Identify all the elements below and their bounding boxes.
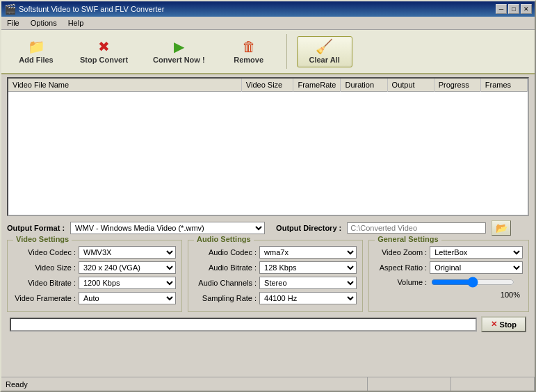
stop-label: Stop xyxy=(500,320,517,329)
general-settings-group: General Settings Video Zoom : LetterBoxS… xyxy=(368,240,529,312)
audio-codec-label: Audio Codec : xyxy=(194,248,257,256)
volume-label: Volume : xyxy=(375,278,427,286)
menu-options[interactable]: Options xyxy=(28,18,60,28)
audio-settings-title: Audio Settings xyxy=(194,235,254,243)
col-duration: Duration xyxy=(341,79,387,92)
output-format-label: Output Format : xyxy=(7,224,65,232)
stop-convert-label: Stop Convert xyxy=(80,56,128,64)
video-zoom-row: Video Zoom : LetterBoxStretchCropOrigina… xyxy=(375,246,523,259)
col-frames: Frames xyxy=(480,79,527,92)
clear-all-label: Clear All xyxy=(309,56,340,64)
main-content: Video File Name Video Size FrameRate Dur… xyxy=(1,74,535,377)
add-files-label: Add Files xyxy=(19,56,54,64)
file-table-container: Video File Name Video Size FrameRate Dur… xyxy=(7,77,529,216)
aspect-ratio-row: Aspect Ratio : Original4:316:9Auto xyxy=(375,261,523,274)
col-progress: Progress xyxy=(434,79,480,92)
video-framerate-label: Video Framerate : xyxy=(13,294,76,302)
app-title: Softstunt Video to SWF and FLV Converter xyxy=(19,5,164,13)
clear-all-button[interactable]: 🧹 Clear All xyxy=(297,36,352,67)
app-icon: 🎬 xyxy=(4,3,16,15)
audio-bitrate-label: Audio Bitrate : xyxy=(194,263,257,272)
col-output: Output xyxy=(387,79,434,92)
audio-sampling-select[interactable]: 44100 Hz22050 Hz11025 Hz48000 Hz xyxy=(259,292,357,304)
video-size-label: Video Size : xyxy=(13,263,76,272)
close-button[interactable]: ✕ xyxy=(521,4,532,14)
stop-convert-button[interactable]: ✖ Stop Convert xyxy=(71,36,137,67)
convert-now-icon: ▶ xyxy=(174,40,184,54)
audio-codec-row: Audio Codec : wma7xwma8mp3aac xyxy=(194,246,357,259)
status-panel-main: Ready xyxy=(1,377,368,391)
remove-label: Remove xyxy=(234,56,263,64)
aspect-ratio-label: Aspect Ratio : xyxy=(375,263,427,272)
menu-bar: File Options Help xyxy=(1,17,535,30)
video-framerate-select[interactable]: Auto15 fps24 fps25 fps30 fps xyxy=(79,292,176,304)
col-size: Video Size xyxy=(241,79,293,92)
convert-now-button[interactable]: ▶ Convert Now ! xyxy=(144,36,214,67)
title-bar-controls: ─ □ ✕ xyxy=(496,4,532,14)
menu-help[interactable]: Help xyxy=(65,18,87,28)
add-files-button[interactable]: 📁 Add Files xyxy=(8,36,64,67)
convert-now-label: Convert Now ! xyxy=(153,56,205,64)
volume-display: 100% xyxy=(501,291,520,299)
audio-codec-select[interactable]: wma7xwma8mp3aac xyxy=(259,246,357,259)
audio-bitrate-select[interactable]: 128 Kbps64 Kbps96 Kbps192 Kbps256 Kbps xyxy=(259,261,357,274)
settings-row: Video Settings Video Codec : WMV3XWMV2WM… xyxy=(7,240,529,312)
minimize-button[interactable]: ─ xyxy=(496,4,507,14)
video-settings-title: Video Settings xyxy=(13,235,72,243)
stop-button[interactable]: ✕ Stop xyxy=(481,316,526,332)
video-zoom-label: Video Zoom : xyxy=(375,248,427,256)
video-bitrate-row: Video Bitrate : 1200 Kbps800 Kbps600 Kbp… xyxy=(13,277,176,289)
video-codec-row: Video Codec : WMV3XWMV2WMV1XVIDH.264 xyxy=(13,246,176,259)
remove-button[interactable]: 🗑 Remove xyxy=(221,36,277,67)
remove-icon: 🗑 xyxy=(242,40,256,54)
volume-slider[interactable] xyxy=(431,277,514,288)
video-codec-label: Video Codec : xyxy=(13,248,76,256)
progress-area: ✕ Stop xyxy=(7,316,529,332)
stop-convert-icon: ✖ xyxy=(98,40,110,54)
status-panel-3 xyxy=(451,377,535,391)
volume-row: Volume : xyxy=(375,277,523,288)
audio-channels-label: Audio Channels : xyxy=(194,279,257,287)
general-settings-title: General Settings xyxy=(375,235,441,243)
file-table: Video File Name Video Size FrameRate Dur… xyxy=(8,79,528,92)
audio-channels-row: Audio Channels : StereoMono xyxy=(194,277,357,289)
video-zoom-select[interactable]: LetterBoxStretchCropOriginal xyxy=(430,246,523,259)
table-header-row: Video File Name Video Size FrameRate Dur… xyxy=(8,79,528,92)
audio-channels-select[interactable]: StereoMono xyxy=(259,277,357,289)
video-bitrate-label: Video Bitrate : xyxy=(13,279,76,287)
audio-bitrate-row: Audio Bitrate : 128 Kbps64 Kbps96 Kbps19… xyxy=(194,261,357,274)
video-size-row: Video Size : 320 x 240 (VGA)640 x 480 (V… xyxy=(13,261,176,274)
output-format-select[interactable]: WMV - Windows Media Video (*.wmv)FLV - F… xyxy=(70,222,265,234)
col-filename: Video File Name xyxy=(8,79,241,92)
video-codec-select[interactable]: WMV3XWMV2WMV1XVIDH.264 xyxy=(79,246,176,259)
add-files-icon: 📁 xyxy=(28,40,45,54)
video-framerate-row: Video Framerate : Auto15 fps24 fps25 fps… xyxy=(13,292,176,304)
menu-file[interactable]: File xyxy=(4,18,22,28)
toolbar-divider xyxy=(286,34,287,69)
audio-sampling-label: Sampling Rate : xyxy=(194,294,257,302)
title-bar: 🎬 Softstunt Video to SWF and FLV Convert… xyxy=(1,1,535,17)
video-settings-group: Video Settings Video Codec : WMV3XWMV2WM… xyxy=(7,240,182,312)
browse-icon: 📂 xyxy=(496,222,507,234)
video-bitrate-select[interactable]: 1200 Kbps800 Kbps600 Kbps400 Kbps256 Kbp… xyxy=(79,277,176,289)
status-text: Ready xyxy=(6,380,28,389)
output-dir-label: Output Directory : xyxy=(276,224,341,232)
output-dir-input[interactable] xyxy=(347,222,486,234)
status-bar: Ready xyxy=(1,377,535,391)
toolbar: 📁 Add Files ✖ Stop Convert ▶ Convert Now… xyxy=(1,30,535,74)
stop-icon: ✕ xyxy=(491,320,497,329)
maximize-button[interactable]: □ xyxy=(508,4,519,14)
browse-button[interactable]: 📂 xyxy=(492,220,511,236)
output-format-row: Output Format : WMV - Windows Media Vide… xyxy=(7,220,529,236)
video-size-select[interactable]: 320 x 240 (VGA)640 x 480 (VGA)720 x 480 … xyxy=(79,261,176,274)
col-framerate: FrameRate xyxy=(293,79,341,92)
title-bar-left: 🎬 Softstunt Video to SWF and FLV Convert… xyxy=(4,3,164,15)
aspect-ratio-select[interactable]: Original4:316:9Auto xyxy=(430,261,523,274)
progress-bar-outer xyxy=(10,318,477,332)
clear-all-icon: 🧹 xyxy=(316,40,333,54)
audio-settings-group: Audio Settings Audio Codec : wma7xwma8mp… xyxy=(188,240,363,312)
status-panel-2 xyxy=(368,377,451,391)
audio-sampling-row: Sampling Rate : 44100 Hz22050 Hz11025 Hz… xyxy=(194,292,357,304)
